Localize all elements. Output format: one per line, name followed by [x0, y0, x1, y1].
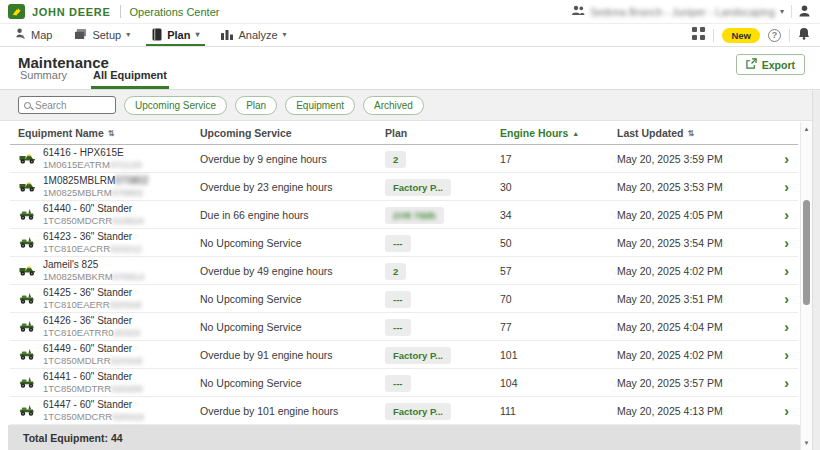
equipment-name: 61441 - 60" Stander — [43, 371, 132, 382]
row-chevron-right-icon[interactable]: › — [784, 151, 789, 167]
plan-badge[interactable]: 2 — [385, 151, 406, 168]
row-chevron-right-icon[interactable]: › — [784, 403, 789, 419]
mower-icon — [18, 320, 36, 332]
tabs: Summary All Equipment — [18, 69, 169, 89]
column-header-equipment-name[interactable]: Equipment Name ⇅ — [18, 127, 200, 139]
plan-badge[interactable]: --- — [385, 291, 411, 308]
row-chevron-right-icon[interactable]: › — [784, 319, 789, 335]
column-header-engine-hours[interactable]: Engine Hours ▲ — [500, 127, 617, 139]
search-box[interactable] — [18, 96, 116, 114]
equipment-serial-redacted: 020318 — [111, 355, 143, 366]
equipment-name: 61425 - 36" Stander — [43, 287, 132, 298]
scrollbar-up-arrow-icon[interactable]: ▲ — [801, 126, 812, 132]
filter-pill-upcoming-service[interactable]: Upcoming Service — [124, 96, 227, 115]
table-row[interactable]: 61449 - 60" Stander 1TC850MDLRR020318 Ov… — [10, 341, 798, 369]
export-button[interactable]: Export — [736, 54, 805, 75]
nav-item-setup[interactable]: Setup ▾ — [63, 24, 141, 46]
chevron-down-icon: ▾ — [283, 31, 287, 39]
mower-icon — [18, 208, 36, 220]
plan-badge[interactable]: --- — [385, 375, 411, 392]
plan-badge[interactable]: --- — [385, 235, 411, 252]
scrollbar-down-arrow-icon[interactable]: ▼ — [801, 440, 812, 446]
nav-item-analyze[interactable]: Analyze ▾ — [210, 24, 297, 46]
nav-item-plan[interactable]: Plan ▾ — [141, 24, 210, 46]
scrollbar-thumb[interactable] — [803, 200, 810, 305]
tab-summary[interactable]: Summary — [18, 69, 69, 89]
analyze-icon — [221, 28, 233, 42]
help-icon[interactable]: ? — [768, 29, 781, 42]
nav-right: New ? — [692, 24, 810, 46]
equipment-serial: 1M0825MBLRM — [43, 187, 112, 198]
sort-icon: ⇅ — [108, 129, 115, 138]
table-row[interactable]: 61441 - 60" Stander 1TC850MDTRR020200 No… — [10, 369, 798, 397]
row-chevron-right-icon[interactable]: › — [784, 375, 789, 391]
nav-item-label: Map — [31, 29, 52, 41]
chevron-down-icon: ▾ — [126, 31, 130, 39]
organization-icon — [571, 5, 585, 18]
apps-grid-icon[interactable] — [692, 26, 705, 44]
john-deere-logo-icon — [8, 4, 25, 19]
sort-icon: ⇅ — [688, 129, 695, 138]
organization-selector[interactable]: Sedona Branch - Juniper - Landscaping ▾ — [571, 5, 784, 18]
filter-pill-archived[interactable]: Archived — [363, 96, 424, 115]
column-header-upcoming-service[interactable]: Upcoming Service — [200, 127, 385, 139]
equipment-serial: 1TC810EAERR — [43, 299, 110, 310]
equipment-serial-redacted: 020319 — [112, 411, 144, 422]
tab-all-equipment[interactable]: All Equipment — [91, 69, 169, 89]
plan-badge[interactable]: --- — [385, 319, 411, 336]
plan-badge[interactable]: Factory P... — [385, 403, 451, 420]
export-icon — [746, 58, 757, 71]
row-chevron-right-icon[interactable]: › — [784, 263, 789, 279]
equipment-cell: 61425 - 36" Stander 1TC810EAERR020318 — [18, 286, 200, 310]
account-icon[interactable] — [799, 3, 810, 21]
total-equipment-label: Total Equipment: 44 — [23, 432, 123, 444]
equipment-table: Equipment Name ⇅ Upcoming Service Plan E… — [0, 122, 812, 450]
last-updated-cell: May 20, 2025 3:59 PM — [617, 153, 775, 165]
equipment-cell: 61441 - 60" Stander 1TC850MDTRR020200 — [18, 370, 200, 394]
table-row[interactable]: 61425 - 36" Stander 1TC810EAERR020318 No… — [10, 285, 798, 313]
plan-cell: --- — [385, 317, 500, 336]
column-header-last-updated[interactable]: Last Updated ⇅ — [617, 127, 775, 139]
plan-badge[interactable]: Factory P... — [385, 179, 451, 196]
notifications-bell-icon[interactable] — [798, 26, 810, 44]
table-row[interactable]: 61423 - 36" Stander 1TC810EACRR020212 No… — [10, 229, 798, 257]
equipment-name: 61440 - 60" Stander — [43, 203, 132, 214]
plan-cell: --- — [385, 373, 500, 392]
table-row[interactable]: 61447 - 60" Stander 1TC850MDCRR020319 Ov… — [10, 397, 798, 425]
equipment-serial: 1M0615EATRM — [43, 159, 110, 170]
table-row[interactable]: 61440 - 60" Stander 1TC850MDCRR010624 Du… — [10, 201, 798, 229]
plan-badge[interactable]: Factory P... — [385, 347, 451, 364]
plan-badge[interactable]: 2YR 750h — [385, 207, 444, 224]
upcoming-service-cell: No Upcoming Service — [200, 321, 385, 333]
table-scrollbar[interactable]: ▲ ▼ — [800, 122, 812, 450]
filter-pill-equipment[interactable]: Equipment — [285, 96, 355, 115]
table-row[interactable]: Jameil's 825 1M0825MBKRM070914 Overdue b… — [10, 257, 798, 285]
plan-badge[interactable]: 2 — [385, 263, 406, 280]
last-updated-cell: May 20, 2025 4:05 PM — [617, 209, 775, 221]
engine-hours-cell: 30 — [500, 181, 617, 193]
equipment-cell: 1M0825MBLRM070802 1M0825MBLRM070802 — [18, 174, 200, 198]
nav-item-map[interactable]: Map — [4, 24, 63, 46]
row-chevron-right-icon[interactable]: › — [784, 347, 789, 363]
equipment-cell: 61447 - 60" Stander 1TC850MDCRR020319 — [18, 398, 200, 422]
row-chevron-right-icon[interactable]: › — [784, 207, 789, 223]
last-updated-cell: May 20, 2025 4:02 PM — [617, 349, 775, 361]
filter-pill-plan[interactable]: Plan — [235, 96, 277, 115]
table-footer: Total Equipment: 44 — [8, 425, 800, 450]
table-row[interactable]: 61426 - 36" Stander 1TC810EATRR020323 No… — [10, 313, 798, 341]
table-row[interactable]: 1M0825MBLRM070802 1M0825MBLRM070802 Over… — [10, 173, 798, 201]
new-badge[interactable]: New — [722, 28, 760, 43]
search-input[interactable] — [35, 100, 110, 111]
row-chevron-right-icon[interactable]: › — [784, 291, 789, 307]
equipment-serial: 1TC850MDLRR — [43, 355, 111, 366]
row-chevron-right-icon[interactable]: › — [784, 235, 789, 251]
upcoming-service-cell: Overdue by 9 engine hours — [200, 153, 385, 165]
equipment-cell: Jameil's 825 1M0825MBKRM070914 — [18, 258, 200, 282]
nav-item-label: Setup — [92, 29, 121, 41]
column-header-plan[interactable]: Plan — [385, 127, 500, 139]
row-chevron-right-icon[interactable]: › — [784, 179, 789, 195]
table-row[interactable]: 61416 - HPX615E 1M0615EATRM072133 Overdu… — [10, 145, 798, 173]
engine-hours-cell: 57 — [500, 265, 617, 277]
organization-label: Sedona Branch - Juniper - Landscaping — [590, 6, 775, 18]
last-updated-cell: May 20, 2025 4:04 PM — [617, 321, 775, 333]
